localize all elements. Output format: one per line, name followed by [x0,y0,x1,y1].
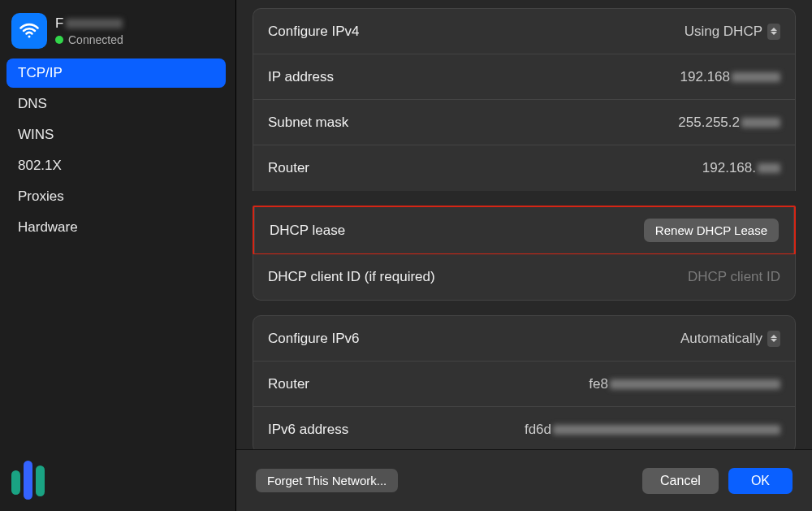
sidebar: F Connected TCP/IP DNS WINS 802.1X Proxi… [0,0,235,511]
cancel-button[interactable]: Cancel [642,468,719,494]
sidebar-item-wins[interactable]: WINS [6,120,226,149]
sidebar-item-8021x[interactable]: 802.1X [6,151,226,180]
ok-button[interactable]: OK [728,468,793,494]
configure-ipv4-label: Configure IPv4 [268,24,359,40]
ip-address-label: IP address [268,69,334,85]
wifi-icon [11,13,47,49]
dhcp-client-id-label: DHCP client ID (if required) [268,269,435,285]
router-ipv4-row: Router 192.168. [253,145,795,191]
router-ipv4-label: Router [268,160,309,176]
dhcp-client-id-input[interactable]: DHCP client ID [688,269,780,285]
status-text: Connected [68,33,123,46]
ipv4-section: Configure IPv4 Using DHCP IP address 192… [253,8,796,191]
footer: Forget This Network... Cancel OK [236,449,812,511]
logo-icon [11,459,45,500]
subnet-mask-value: 255.255.2 [678,115,780,131]
forget-network-button[interactable]: Forget This Network... [256,469,398,492]
network-status: Connected [55,33,123,46]
dhcp-lease-label: DHCP lease [270,223,345,239]
sidebar-item-tcpip[interactable]: TCP/IP [6,58,226,88]
configure-ipv6-label: Configure IPv6 [268,331,359,347]
network-header: F Connected [11,13,224,49]
dhcp-lease-highlight: DHCP lease Renew DHCP Lease [253,206,796,255]
configure-ipv6-value[interactable]: Automatically [680,331,780,347]
ip-address-value: 192.168 [680,69,780,85]
router-ipv6-label: Router [268,376,309,392]
ip-address-row: IP address 192.168 [253,54,795,100]
subnet-mask-row: Subnet mask 255.255.2 [253,100,795,145]
router-ipv4-value: 192.168. [702,160,780,176]
sidebar-item-proxies[interactable]: Proxies [6,182,226,211]
ipv6-address-row: IPv6 address fd6d [253,407,795,449]
subnet-mask-label: Subnet mask [268,115,348,131]
configure-ipv6-row[interactable]: Configure IPv6 Automatically [253,316,795,362]
chevron-updown-icon [767,24,780,40]
ipv6-address-label: IPv6 address [268,422,348,438]
sidebar-list: TCP/IP DNS WINS 802.1X Proxies Hardware [6,58,226,244]
chevron-updown-icon [767,331,780,347]
network-name: F [55,15,123,32]
sidebar-item-dns[interactable]: DNS [6,89,226,119]
svg-point-0 [28,35,30,37]
main-panel: Configure IPv4 Using DHCP IP address 192… [235,0,812,511]
renew-dhcp-lease-button[interactable]: Renew DHCP Lease [644,219,779,242]
status-dot-icon [55,36,63,44]
sidebar-item-hardware[interactable]: Hardware [6,213,226,242]
configure-ipv4-row[interactable]: Configure IPv4 Using DHCP [253,9,795,54]
configure-ipv4-value[interactable]: Using DHCP [685,24,780,40]
router-ipv6-value: fe8 [589,376,780,392]
dhcp-lease-row: DHCP lease Renew DHCP Lease [254,207,794,253]
router-ipv6-row: Router fe8 [253,362,795,407]
dhcp-client-id-row[interactable]: DHCP client ID (if required) DHCP client… [253,254,795,300]
ipv6-address-value: fd6d [525,422,780,438]
dhcp-client-section: DHCP client ID (if required) DHCP client… [253,254,796,301]
ipv6-section: Configure IPv6 Automatically Router fe8 … [253,315,796,449]
